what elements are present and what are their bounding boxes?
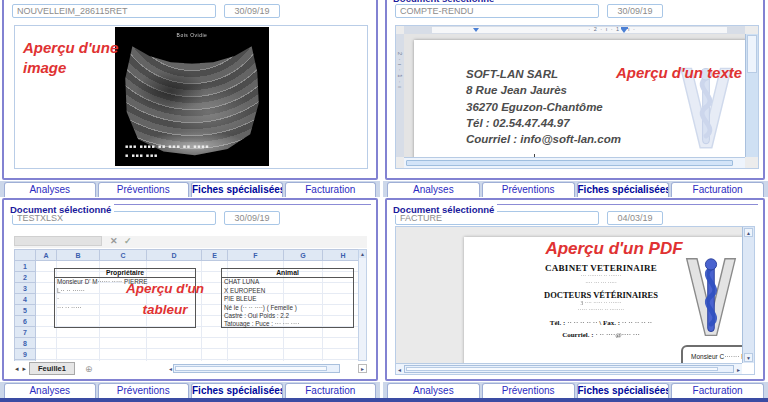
tab[interactable]: Analyses	[4, 182, 96, 197]
cancel-icon[interactable]: ✕	[110, 236, 118, 247]
margin-marker-icon[interactable]	[621, 27, 628, 29]
add-sheet-icon[interactable]: ⊕	[85, 364, 93, 374]
scrollbar-thumb[interactable]	[406, 367, 718, 371]
sheet-tab[interactable]: Feuille1	[29, 362, 75, 375]
tab[interactable]: Analyses	[4, 383, 96, 398]
ultrasound-title: Bois Ovidie	[115, 32, 269, 38]
document-text-line: 36270 Eguzon-Chantôme	[466, 99, 621, 115]
tab[interactable]: Analyses	[387, 182, 480, 197]
document-text-block: SOFT-LAN SARL8 Rue Jean Jaurès36270 Eguz…	[466, 66, 621, 148]
ultrasound-meta-text: ■■■ ■■■■ ■■ ■■■ ■■ ■■■■ ■ ■■■ ■■■	[125, 142, 209, 159]
annotation-image: Aperçu d'une image	[23, 38, 118, 77]
tab[interactable]: Analyses	[387, 383, 480, 398]
document-text-line: 8 Rue Jean Jaurès	[466, 82, 621, 98]
veterinary-logo-icon	[683, 254, 739, 342]
date-input-text[interactable]	[607, 4, 663, 18]
scroll-down-icon[interactable]: ▼	[744, 353, 753, 362]
formula-bar: ✕ ✓	[14, 236, 367, 248]
pdf-horizontal-scrollbar[interactable]: ◂ ▸	[396, 363, 742, 374]
horizontal-ruler: · 2 · ı · 1 · ı ·	[404, 26, 745, 34]
ultrasound-image: Bois Ovidie ■■■ ■■■■ ■■ ■■■ ■■ ■■■■ ■ ■■…	[115, 27, 269, 166]
tab[interactable]: Fiches spécialisées	[577, 182, 670, 197]
panel-spreadsheet-preview: Document sélectionné ✕ ✓ ABCDEFGH1234567…	[2, 198, 378, 381]
tab-bar-left-bottom: AnalysesPréventionsFiches spécialiséesFa…	[0, 382, 380, 398]
doc-name-input-image[interactable]	[12, 4, 216, 18]
sheet-tab-bar: ◂ ▸ Feuille1 ⊕ ◂ ▸	[14, 362, 367, 375]
tab-bar-right-bottom: AnalysesPréventionsFiches spécialiséesFa…	[383, 382, 768, 398]
animal-cell-row: X EUROPEEN	[222, 287, 353, 295]
group-box-header: Document sélectionné	[9, 199, 371, 210]
annotation-text: Aperçu d'un texte	[616, 64, 742, 81]
scroll-up-icon[interactable]: ▲	[359, 250, 366, 258]
grid-vertical-scrollbar[interactable]: ▲	[358, 249, 367, 361]
document-field-row	[395, 4, 755, 18]
panel-pdf-preview: Document sélectionné Aperçu d'un PDF CAB…	[385, 198, 765, 381]
ruler-ticks: · 2 · ı · 1 · ı ·	[588, 26, 636, 32]
tab-bar-left-top: AnalysesPréventionsFiches spécialiséesFa…	[0, 181, 380, 197]
scrollbar-thumb[interactable]	[406, 160, 733, 166]
document-text-line: Tél : 02.54.47.44.97	[466, 115, 621, 131]
window-bottom-strip	[0, 398, 768, 402]
document-page[interactable]: SOFT-LAN SARL8 Rue Jean Jaurès36270 Eguz…	[414, 40, 745, 157]
pdf-preview-area: Aperçu d'un PDF CABINET VETERINAIRE ··· …	[395, 226, 755, 375]
tab[interactable]: Facturation	[285, 182, 377, 197]
document-text-line: SOFT-LAN SARL	[466, 66, 621, 82]
tab[interactable]: Fiches spécialisées	[191, 383, 283, 398]
animal-cell-block[interactable]: Animal CHAT LUNAX EUROPEENPIE BLEUENé le…	[221, 268, 354, 328]
tab[interactable]: Préventions	[98, 182, 190, 197]
animal-cell-row: PIE BLEUE	[222, 295, 353, 303]
confirm-icon[interactable]: ✓	[124, 236, 132, 247]
tab[interactable]: Facturation	[671, 383, 764, 398]
horizontal-scrollbar[interactable]	[404, 157, 745, 168]
scrollbar-thumb[interactable]	[175, 366, 327, 371]
scrollbar-thumb[interactable]	[747, 35, 757, 73]
text-editor-preview: · 2 · ı · 1 · ı · 2 · ı · 1 · ı SOFT-LAN…	[395, 25, 759, 169]
animal-cell-row: Né le (·· ·· ····) ( Femelle )	[222, 304, 353, 312]
scroll-left-icon[interactable]: ◂	[396, 366, 403, 373]
spreadsheet-preview-area: ✕ ✓ ABCDEFGH123456789101112 Propriétaire…	[14, 236, 367, 375]
vertical-scrollbar[interactable]	[745, 34, 758, 157]
doc-name-input-text[interactable]	[395, 4, 599, 18]
tab-bar-right-top: AnalysesPréventionsFiches spécialiséesFa…	[383, 181, 768, 197]
document-text-line: Courriel : info@soft-lan.com	[466, 131, 621, 147]
panel-image-preview: Aperçu d'une image Bois Ovidie ■■■ ■■■■ …	[2, 0, 378, 180]
date-input-spreadsheet[interactable]	[224, 211, 280, 225]
image-preview-area: Aperçu d'une image Bois Ovidie ■■■ ■■■■ …	[14, 25, 368, 169]
ultrasound-fan	[121, 35, 263, 159]
scroll-right-icon[interactable]: ▸	[735, 366, 742, 373]
panel-text-preview: Document sélectionné · 2 · ı · 1 · ı · 2…	[385, 0, 765, 180]
group-box-header: Document sélectionné	[392, 199, 758, 210]
tab[interactable]: Préventions	[98, 383, 190, 398]
scroll-right-icon[interactable]: ▸	[358, 364, 367, 373]
editor-canvas: SOFT-LAN SARL8 Rue Jean Jaurès36270 Eguz…	[404, 34, 745, 157]
vertical-ruler: 2 · ı · 1 · ı	[396, 34, 404, 157]
date-input-pdf[interactable]	[607, 211, 663, 225]
sheet-nav-right-icon[interactable]: ▸	[22, 365, 28, 373]
sheet-nav-left-icon[interactable]: ◂	[14, 365, 20, 373]
tab[interactable]: Préventions	[482, 383, 575, 398]
tab[interactable]: Facturation	[671, 182, 764, 197]
document-field-row	[12, 4, 368, 18]
scroll-up-icon[interactable]: ▲	[744, 228, 753, 237]
grid-horizontal-scrollbar[interactable]: ◂	[168, 363, 340, 374]
animal-cell-row: CHAT LUNA	[222, 278, 353, 286]
date-input-image[interactable]	[224, 4, 280, 18]
annotation-spreadsheet: Aperçu d'un tableur	[99, 279, 231, 321]
annotation-pdf: Aperçu d'un PDF	[474, 239, 754, 259]
tab[interactable]: Fiches spécialisées	[191, 182, 283, 197]
spreadsheet-grid-area: ABCDEFGH123456789101112 Propriétaire Mon…	[14, 249, 367, 361]
tab[interactable]: Préventions	[482, 182, 575, 197]
tab[interactable]: Facturation	[285, 383, 377, 398]
tab[interactable]: Fiches spécialisées	[577, 383, 670, 398]
cell-name-box[interactable]	[14, 236, 102, 246]
animal-cell-row: Castré : Oui Poids : 2.2	[222, 312, 353, 320]
